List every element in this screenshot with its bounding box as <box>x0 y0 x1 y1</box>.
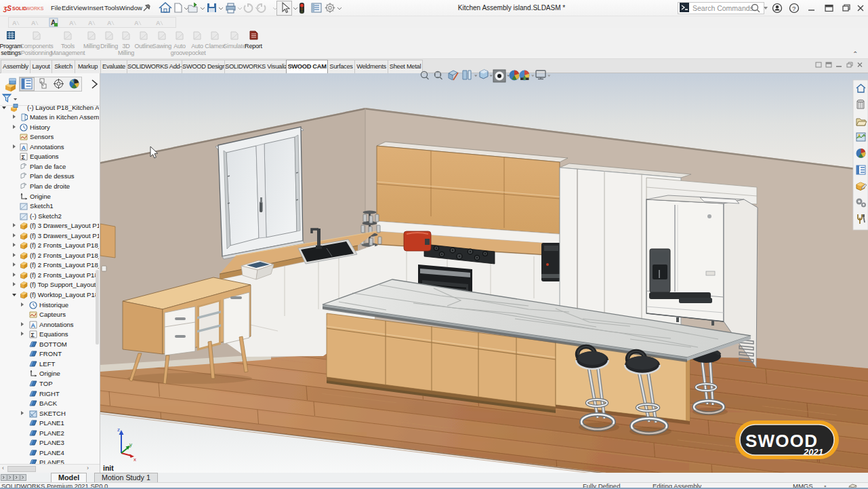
svg-text:A: A <box>156 20 161 26</box>
svg-text:A: A <box>69 20 74 26</box>
svg-text:y: y <box>129 442 132 448</box>
svg-text:A: A <box>134 20 139 26</box>
svg-text:init: init <box>103 464 114 472</box>
svg-text:ʒS: ʒS <box>3 5 12 12</box>
svg-text:A: A <box>31 321 36 328</box>
svg-text:Σ: Σ <box>22 154 26 161</box>
svg-text:WORKS: WORKS <box>26 6 44 11</box>
svg-text:x: x <box>133 456 136 463</box>
svg-text:A: A <box>12 20 17 26</box>
svg-text:A: A <box>22 144 26 151</box>
svg-text:z: z <box>117 427 120 433</box>
svg-text:2021: 2021 <box>803 447 823 457</box>
svg-text:SOLID: SOLID <box>12 6 26 11</box>
svg-text:A: A <box>107 20 112 26</box>
svg-text:A: A <box>31 20 36 26</box>
svg-text:Σ: Σ <box>31 332 35 338</box>
svg-text:A: A <box>88 20 93 26</box>
svg-text:?: ? <box>792 5 795 12</box>
